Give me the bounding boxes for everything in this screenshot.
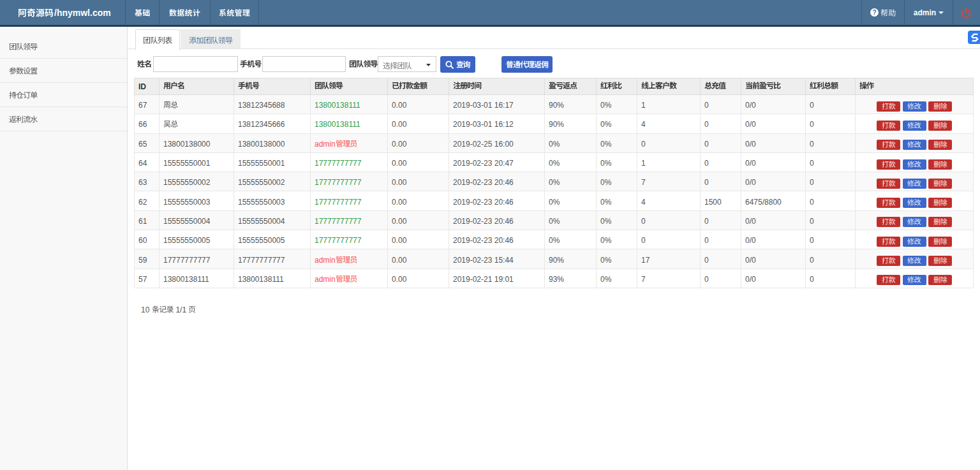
svg-text:?: ? bbox=[872, 9, 876, 16]
